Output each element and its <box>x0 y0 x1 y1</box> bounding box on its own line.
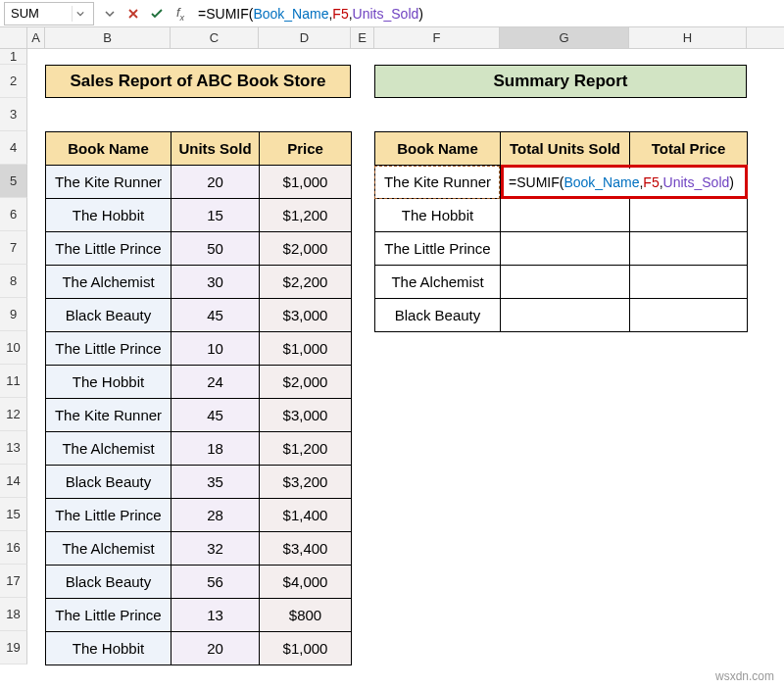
row-header-10[interactable]: 10 <box>0 331 27 365</box>
name-box-dropdown-icon[interactable] <box>72 6 87 22</box>
table-row: The Alchemist30$2,200 <box>46 266 352 299</box>
table-row: The Alchemist18$1,200 <box>46 432 352 466</box>
title-summary-report: Summary Report <box>374 65 747 98</box>
name-box[interactable]: SUM <box>4 2 94 25</box>
table-row: The Hobbit24$2,000 <box>46 366 352 399</box>
table-row: The Kite Runner45$3,000 <box>46 399 352 432</box>
table-row: The Hobbit <box>375 199 748 232</box>
column-header-row: A B C D E F G H <box>0 27 784 49</box>
table-row: The Little Prince10$1,000 <box>46 332 352 366</box>
fx-icon[interactable]: fx <box>169 2 192 25</box>
th-book-name[interactable]: Book Name <box>46 132 172 166</box>
cancel-icon[interactable] <box>122 2 145 25</box>
table-row: Black Beauty56$4,000 <box>46 566 352 599</box>
table-row: Black Beauty35$3,200 <box>46 466 352 499</box>
table-row: Black Beauty45$3,000 <box>46 299 352 332</box>
col-header-D[interactable]: D <box>259 27 351 48</box>
formula-bar: SUM fx =SUMIF(Book_Name,F5,Units_Sold) <box>0 0 784 27</box>
row-header-9[interactable]: 9 <box>0 298 27 331</box>
sales-table: Book Name Units Sold Price The Kite Runn… <box>45 131 352 665</box>
cell-edit-overlay[interactable]: =SUMIF(Book_Name,F5,Units_Sold) <box>505 169 734 196</box>
table-row: The Little Prince <box>375 232 748 266</box>
table-row: The Alchemist <box>375 266 748 299</box>
col-header-G[interactable]: G <box>500 27 629 48</box>
table-row: The Little Prince28$1,400 <box>46 499 352 532</box>
table-row: The Hobbit20$1,000 <box>46 632 352 665</box>
row-header-12[interactable]: 12 <box>0 398 27 431</box>
row-header-11[interactable]: 11 <box>0 365 27 398</box>
watermark: wsxdn.com <box>715 669 774 683</box>
grid-area: 1 2 3 4 5 6 7 8 9 10 11 12 13 14 15 16 1… <box>0 49 784 664</box>
summary-table: Book Name Total Units Sold Total Price T… <box>374 131 748 332</box>
col-header-E[interactable]: E <box>351 27 374 48</box>
table-row: The Little Prince13$800 <box>46 599 352 632</box>
row-header-4[interactable]: 4 <box>0 131 27 165</box>
col-header-A[interactable]: A <box>27 27 45 48</box>
th-book-name-2[interactable]: Book Name <box>375 132 501 166</box>
col-header-B[interactable]: B <box>45 27 171 48</box>
row-header-7[interactable]: 7 <box>0 231 27 265</box>
formula-input[interactable]: =SUMIF(Book_Name,F5,Units_Sold) <box>192 2 784 25</box>
th-units-sold[interactable]: Units Sold <box>172 132 260 166</box>
table-row: The Little Prince50$2,000 <box>46 232 352 266</box>
sheet[interactable]: Sales Report of ABC Book Store Summary R… <box>27 49 784 664</box>
row-header-5[interactable]: 5 <box>0 165 27 198</box>
title-sales-report: Sales Report of ABC Book Store <box>45 65 351 98</box>
select-all-corner[interactable] <box>0 27 27 48</box>
row-header-15[interactable]: 15 <box>0 498 27 531</box>
row-header-18[interactable]: 18 <box>0 598 27 631</box>
row-header-column: 1 2 3 4 5 6 7 8 9 10 11 12 13 14 15 16 1… <box>0 49 27 664</box>
table-header-row: Book Name Units Sold Price <box>46 132 352 166</box>
table-row: The Alchemist32$3,400 <box>46 532 352 566</box>
table-row: The Hobbit15$1,200 <box>46 199 352 232</box>
table-row: Black Beauty <box>375 299 748 332</box>
row-header-3[interactable]: 3 <box>0 98 27 131</box>
th-price[interactable]: Price <box>260 132 352 166</box>
th-total-price[interactable]: Total Price <box>630 132 748 166</box>
row-header-19[interactable]: 19 <box>0 631 27 664</box>
table-row: The Kite Runner20$1,000 <box>46 166 352 199</box>
col-header-C[interactable]: C <box>171 27 259 48</box>
th-total-units[interactable]: Total Units Sold <box>501 132 630 166</box>
row-header-17[interactable]: 17 <box>0 565 27 598</box>
row-header-2[interactable]: 2 <box>0 65 27 98</box>
row-header-16[interactable]: 16 <box>0 531 27 565</box>
row-header-1[interactable]: 1 <box>0 49 27 65</box>
row-header-14[interactable]: 14 <box>0 465 27 498</box>
col-header-H[interactable]: H <box>629 27 747 48</box>
col-header-F[interactable]: F <box>374 27 500 48</box>
row-header-13[interactable]: 13 <box>0 431 27 465</box>
name-box-value: SUM <box>11 6 39 21</box>
table-header-row: Book Name Total Units Sold Total Price <box>375 132 748 166</box>
enter-icon[interactable] <box>145 2 169 25</box>
insert-function-dropdown-icon[interactable] <box>98 2 122 25</box>
row-header-8[interactable]: 8 <box>0 265 27 298</box>
row-header-6[interactable]: 6 <box>0 198 27 231</box>
